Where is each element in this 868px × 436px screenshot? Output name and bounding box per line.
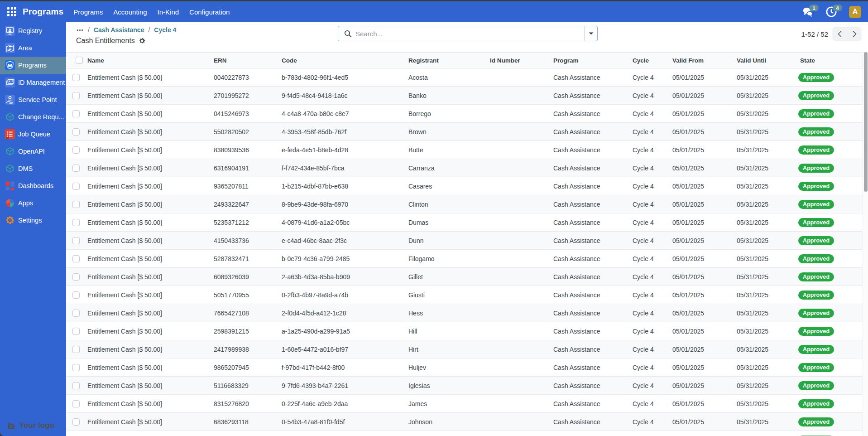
sidebar-item-dashboards[interactable]: Dashboards	[0, 177, 66, 194]
row-checkbox[interactable]	[72, 110, 80, 117]
apps-grid-button[interactable]	[4, 4, 19, 19]
sidebar-item-change-requ[interactable]: Change Requ...	[0, 108, 66, 126]
settings-gear-button[interactable]	[139, 38, 145, 44]
row-checkbox[interactable]	[72, 255, 80, 262]
table-row[interactable]: Entitlement Cash [$ 50.00]8380939536e-fe…	[66, 141, 863, 159]
cell-valid-from: 05/01/2025	[669, 377, 734, 395]
table-row[interactable]: Entitlement Cash [$ 50.00]2598391215a-1a…	[66, 322, 863, 340]
row-checkbox[interactable]	[72, 400, 80, 407]
table-row[interactable]: Entitlement Cash [$ 50.00]6316904191f-f7…	[66, 159, 863, 177]
column-header-registrant[interactable]: Registrant	[405, 53, 487, 68]
activities-button[interactable]: 4	[825, 6, 837, 18]
menu-configuration[interactable]: Configuration	[185, 5, 234, 19]
state-badge: Approved	[798, 417, 834, 426]
breadcrumb-link-cycle-4[interactable]: Cycle 4	[154, 26, 176, 34]
cell-ern	[211, 431, 278, 436]
row-checkbox[interactable]	[72, 183, 80, 190]
row-checkbox[interactable]	[72, 328, 80, 335]
table-row[interactable]: Entitlement Cash [$ 50.00]52353712124-08…	[66, 213, 863, 232]
column-header-valid-from[interactable]: Valid From	[669, 53, 734, 68]
sidebar-item-label: OpenAPI	[18, 148, 45, 155]
table-row[interactable]: Entitlement Cash [$ 50.00]68362931180-54…	[66, 413, 863, 431]
cell-code	[278, 431, 405, 436]
table-row[interactable]: Approved	[66, 431, 863, 436]
search-dropdown-button[interactable]	[584, 26, 597, 41]
row-checkbox[interactable]	[72, 291, 80, 299]
cell-valid-from: 05/01/2025	[669, 87, 734, 105]
sidebar-item-service-point[interactable]: Service Point	[0, 91, 66, 108]
column-header-code[interactable]: Code	[278, 53, 405, 68]
app-brand-title[interactable]: Programs	[23, 7, 63, 17]
pagination-prev-button[interactable]	[832, 27, 847, 41]
table-row[interactable]: Entitlement Cash [$ 50.00]27019952729-f4…	[66, 87, 863, 105]
scrollbar-thumb[interactable]	[864, 52, 868, 192]
table-row[interactable]: Entitlement Cash [$ 50.00]93652078111-b2…	[66, 177, 863, 195]
select-all-checkbox[interactable]	[76, 57, 83, 64]
table-row[interactable]: Entitlement Cash [$ 50.00]5287832471b-0e…	[66, 250, 863, 268]
table-row[interactable]: Entitlement Cash [$ 50.00]04152469734-c4…	[66, 105, 863, 123]
row-checkbox[interactable]	[72, 237, 80, 244]
column-header-cycle[interactable]: Cycle	[629, 53, 669, 68]
table-row[interactable]: Entitlement Cash [$ 50.00]4150433736e-c4…	[66, 232, 863, 250]
table-row[interactable]: Entitlement Cash [$ 50.00]9865207945f-97…	[66, 358, 863, 377]
user-avatar[interactable]: A	[849, 6, 861, 18]
table-row[interactable]: Entitlement Cash [$ 50.00]55028205024-39…	[66, 123, 863, 141]
menu-programs[interactable]: Programs	[69, 5, 107, 19]
column-header-state[interactable]: State	[797, 53, 863, 68]
table-row[interactable]: Entitlement Cash [$ 50.00]24179899381-60…	[66, 340, 863, 358]
sidebar-item-programs[interactable]: Programs	[0, 57, 66, 74]
breadcrumb-ellipsis-button[interactable]	[76, 29, 84, 32]
cell-valid-from: 05/01/2025	[669, 268, 734, 286]
row-checkbox[interactable]	[72, 128, 80, 136]
sidebar-item-registry[interactable]: Registry	[0, 22, 66, 39]
row-checkbox[interactable]	[72, 382, 80, 389]
sidebar-item-id-management[interactable]: ID Management	[0, 74, 66, 91]
sidebar-item-dms[interactable]: DMS	[0, 160, 66, 177]
breadcrumb-link-cash-assistance[interactable]: Cash Assistance	[94, 26, 144, 34]
menu-accounting[interactable]: Accounting	[109, 5, 151, 19]
row-checkbox[interactable]	[72, 92, 80, 99]
column-header-valid-until[interactable]: Valid Until	[734, 53, 797, 68]
column-header-id-number[interactable]: Id Number	[487, 53, 550, 68]
cell-registrant: Johnson	[405, 413, 487, 431]
table-row[interactable]: Entitlement Cash [$ 50.00]50517709550-2f…	[66, 286, 863, 304]
row-checkbox[interactable]	[72, 219, 80, 226]
messages-button[interactable]: 1	[802, 6, 814, 18]
row-checkbox[interactable]	[72, 74, 80, 81]
sidebar-item-job-queue[interactable]: Job Queue	[0, 126, 66, 143]
state-badge: Approved	[798, 127, 834, 136]
row-checkbox[interactable]	[72, 165, 80, 172]
column-header-name[interactable]: Name	[84, 53, 211, 68]
cell-name: Entitlement Cash [$ 50.00]	[84, 358, 211, 377]
sidebar-item-settings[interactable]: Settings	[0, 212, 66, 229]
row-checkbox[interactable]	[72, 364, 80, 371]
cell-valid-from: 05/01/2025	[669, 395, 734, 413]
sidebar-item-area[interactable]: Area	[0, 39, 66, 57]
row-checkbox[interactable]	[72, 346, 80, 353]
cell-registrant: Hess	[405, 304, 487, 322]
cell-program: Cash Assistance	[550, 358, 629, 377]
table-row[interactable]: Entitlement Cash [$ 50.00]24933226478-9b…	[66, 195, 863, 213]
row-checkbox[interactable]	[72, 310, 80, 317]
state-badge: Approved	[798, 345, 834, 354]
search-input[interactable]	[355, 30, 584, 38]
column-header-program[interactable]: Program	[550, 53, 629, 68]
table-row[interactable]: Entitlement Cash [$ 50.00]0040227873b-78…	[66, 68, 863, 87]
row-checkbox[interactable]	[72, 146, 80, 154]
sidebar-item-apps[interactable]: Apps	[0, 194, 66, 212]
sidebar-item-openapi[interactable]: OpenAPI	[0, 143, 66, 160]
table-row[interactable]: Entitlement Cash [$ 50.00]51166833299-7f…	[66, 377, 863, 395]
table-row[interactable]: Entitlement Cash [$ 50.00]76654271082-f0…	[66, 304, 863, 322]
column-header-ern[interactable]: ERN	[211, 53, 278, 68]
table-row[interactable]: Entitlement Cash [$ 50.00]60893260392-a6…	[66, 268, 863, 286]
row-checkbox[interactable]	[72, 201, 80, 208]
cell-valid-from: 05/01/2025	[669, 322, 734, 340]
row-checkbox[interactable]	[72, 273, 80, 281]
row-checkbox[interactable]	[72, 418, 80, 426]
menu-in-kind[interactable]: In-Kind	[153, 5, 183, 19]
state-badge: Approved	[798, 182, 834, 191]
sidebar-logo[interactable]: Your logo	[0, 419, 66, 432]
scrollbar-track[interactable]	[863, 52, 868, 436]
pagination-next-button[interactable]	[847, 27, 862, 41]
table-row[interactable]: Entitlement Cash [$ 50.00]83152768200-22…	[66, 395, 863, 413]
